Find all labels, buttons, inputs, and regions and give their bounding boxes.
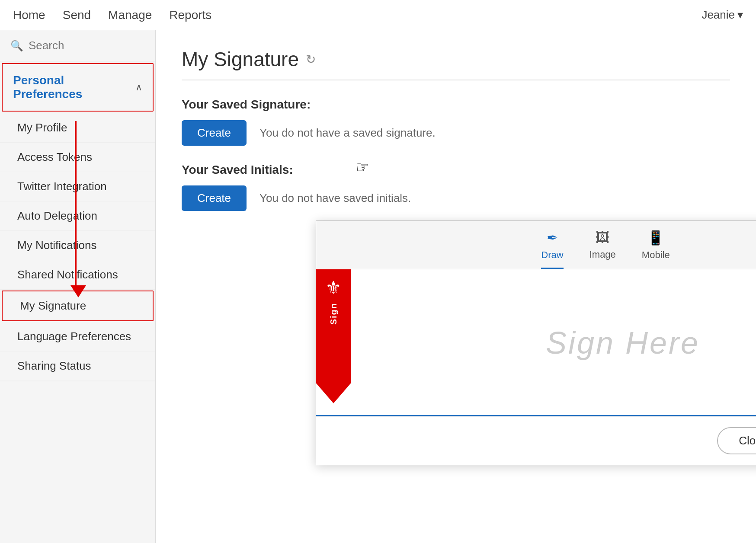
image-icon: 🖼 — [596, 230, 609, 246]
sidebar-item-my-signature[interactable]: My Signature — [2, 291, 154, 321]
search-box: 🔍 — [0, 30, 155, 61]
content-area: My Signature ↻ Your Saved Signature: Cre… — [156, 30, 756, 543]
nav-item-send[interactable]: Send — [63, 6, 91, 24]
chevron-up-icon: ∧ — [135, 82, 142, 93]
sidebar-item-access-tokens[interactable]: Access Tokens — [0, 143, 155, 172]
tab-image-label: Image — [589, 249, 616, 260]
main-layout: 🔍 Personal Preferences ∧ My Profile Acce… — [0, 30, 756, 543]
signature-modal: ✒ Draw 🖼 Image 📱 Mobile ⚜ Sign Sign — [316, 220, 756, 465]
personal-preferences-section: Personal Preferences ∧ My Profile Access… — [0, 63, 155, 381]
sidebar-item-twitter-integration[interactable]: Twitter Integration — [0, 172, 155, 201]
user-menu[interactable]: Jeanie ▾ — [702, 8, 743, 22]
tab-draw-label: Draw — [541, 249, 563, 261]
sidebar: 🔍 Personal Preferences ∧ My Profile Acce… — [0, 30, 156, 543]
top-navigation: Home Send Manage Reports Jeanie ▾ — [0, 0, 756, 30]
user-chevron-icon: ▾ — [737, 8, 743, 22]
modal-tabs: ✒ Draw 🖼 Image 📱 Mobile — [316, 221, 756, 269]
saved-initials-row: Create You do not have saved initials. — [182, 185, 730, 211]
sidebar-item-my-notifications[interactable]: My Notifications — [0, 231, 155, 260]
refresh-icon[interactable]: ↻ — [306, 52, 316, 67]
sidebar-item-shared-notifications[interactable]: Shared Notifications — [0, 260, 155, 290]
tab-mobile[interactable]: 📱 Mobile — [642, 230, 670, 269]
saved-initials-message: You do not have saved initials. — [259, 192, 411, 205]
personal-preferences-header[interactable]: Personal Preferences ∧ — [2, 63, 154, 112]
modal-footer: Close Apply — [316, 416, 756, 465]
saved-signature-label: Your Saved Signature: — [182, 98, 730, 112]
page-title: My Signature — [182, 48, 299, 71]
tab-mobile-label: Mobile — [642, 249, 670, 261]
sidebar-item-auto-delegation[interactable]: Auto Delegation — [0, 201, 155, 231]
search-icon: 🔍 — [10, 40, 23, 52]
nav-item-reports[interactable]: Reports — [169, 6, 211, 24]
page-title-row: My Signature ↻ — [182, 48, 730, 80]
create-initials-button[interactable]: Create — [182, 185, 247, 211]
personal-preferences-title: Personal Preferences — [13, 73, 135, 101]
user-name: Jeanie — [702, 8, 735, 22]
saved-signature-message: You do not have a saved signature. — [259, 126, 436, 140]
search-input[interactable] — [29, 39, 145, 52]
sign-canvas[interactable]: ⚜ Sign Sign Here — [316, 269, 756, 416]
sidebar-item-my-profile[interactable]: My Profile — [0, 113, 155, 143]
nav-items: Home Send Manage Reports — [13, 6, 211, 24]
sidebar-item-language-preferences[interactable]: Language Preferences — [0, 322, 155, 351]
saved-initials-section: Your Saved Initials: Create You do not h… — [182, 163, 730, 211]
sign-underline — [316, 415, 756, 416]
mobile-icon: 📱 — [647, 230, 664, 246]
draw-icon: ✒ — [547, 230, 558, 246]
tab-image[interactable]: 🖼 Image — [589, 230, 616, 269]
sign-here-placeholder: Sign Here — [316, 325, 756, 361]
acrobat-icon: ⚜ — [325, 277, 342, 298]
tab-draw[interactable]: ✒ Draw — [541, 230, 563, 269]
nav-item-home[interactable]: Home — [13, 6, 45, 24]
saved-initials-label: Your Saved Initials: — [182, 163, 730, 177]
sign-bookmark-label: Sign — [329, 303, 339, 325]
sidebar-item-sharing-status[interactable]: Sharing Status — [0, 351, 155, 381]
saved-signature-section: Your Saved Signature: Create You do not … — [182, 98, 730, 146]
close-button[interactable]: Close — [717, 427, 756, 454]
create-signature-button[interactable]: Create — [182, 120, 247, 146]
nav-item-manage[interactable]: Manage — [108, 6, 152, 24]
saved-signature-row: Create You do not have a saved signature… — [182, 120, 730, 146]
